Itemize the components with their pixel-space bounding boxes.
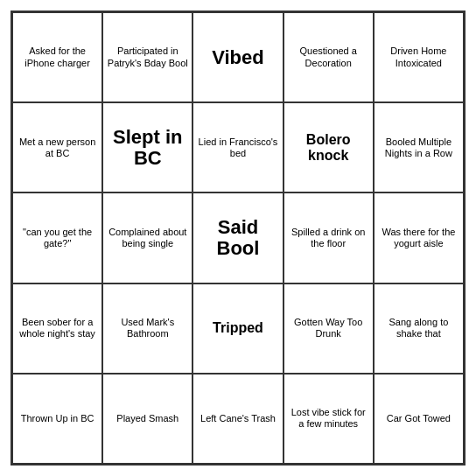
- bingo-cell-5: Met a new person at BC: [12, 102, 102, 192]
- bingo-cell-18: Gotten Way Too Drunk: [284, 284, 374, 374]
- bingo-cell-17: Tripped: [192, 284, 283, 374]
- bingo-cell-19: Sang along to shake that: [374, 284, 464, 374]
- bingo-cell-3: Questioned a Decoration: [284, 12, 374, 102]
- bingo-board: Asked for the iPhone chargerParticipated…: [10, 10, 466, 466]
- bingo-cell-6: Slept in BC: [102, 102, 192, 192]
- bingo-cell-7: Lied in Francisco's bed: [192, 102, 283, 192]
- bingo-cell-12: Said Bool: [192, 192, 283, 283]
- bingo-cell-0: Asked for the iPhone charger: [12, 12, 102, 102]
- bingo-cell-15: Been sober for a whole night's stay: [12, 284, 102, 374]
- bingo-cell-1: Participated in Patryk's Bday Bool: [102, 12, 192, 102]
- bingo-cell-11: Complained about being single: [102, 192, 192, 283]
- bingo-cell-10: "can you get the gate?": [12, 192, 102, 283]
- bingo-cell-20: Thrown Up in BC: [12, 374, 102, 464]
- bingo-cell-9: Booled Multiple Nights in a Row: [374, 102, 464, 192]
- bingo-cell-4: Driven Home Intoxicated: [374, 12, 464, 102]
- bingo-cell-13: Spilled a drink on the floor: [284, 192, 374, 283]
- bingo-cell-2: Vibed: [192, 12, 283, 102]
- bingo-cell-22: Left Cane's Trash: [192, 374, 283, 464]
- bingo-cell-16: Used Mark's Bathroom: [102, 284, 192, 374]
- bingo-cell-24: Car Got Towed: [374, 374, 464, 464]
- bingo-cell-23: Lost vibe stick for a few minutes: [284, 374, 374, 464]
- bingo-cell-8: Bolero knock: [284, 102, 374, 192]
- bingo-cell-21: Played Smash: [102, 374, 192, 464]
- bingo-cell-14: Was there for the yogurt aisle: [374, 192, 464, 283]
